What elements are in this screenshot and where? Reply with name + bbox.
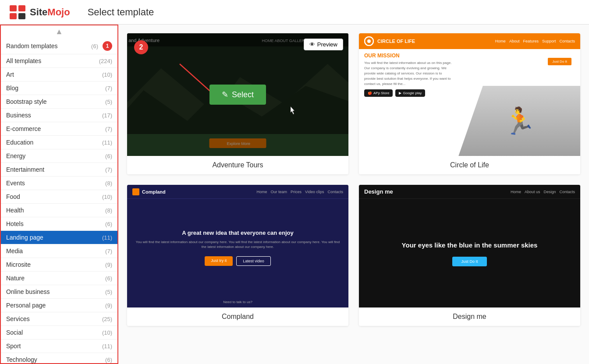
sidebar-item-energy[interactable]: Energy(6) <box>1 149 117 163</box>
comp-logo-text: Compland <box>142 189 166 194</box>
page-title: Select template <box>88 7 154 18</box>
template-thumb-designme[interactable]: Design me Home About us Design Contacts … <box>359 185 580 307</box>
sidebar-item-count: (224) <box>99 58 112 64</box>
dm-logo: Design me <box>364 188 393 195</box>
comp-header: Compland Home Our team Prices Video clip… <box>127 185 348 199</box>
scroll-up-indicator[interactable]: ▲ <box>1 25 117 38</box>
sidebar-item-label: Art <box>6 71 14 78</box>
svg-rect-2 <box>10 13 17 19</box>
sidebar-item-entertainment[interactable]: Entertainment(7) <box>1 163 117 177</box>
sidebar-item-label: Personal page <box>6 302 46 309</box>
sidebar-item-count: (6) <box>105 153 112 159</box>
template-label-design-me: Design me <box>359 307 580 326</box>
sidebar-item-blog[interactable]: Blog(7) <box>1 81 117 95</box>
badge-2: 2 <box>134 40 148 54</box>
sidebar-item-online-business[interactable]: Online business(5) <box>1 285 117 299</box>
android-icon: ▶ <box>399 91 401 95</box>
sidebar-list: Random templates(6)1All templates(224)Ar… <box>1 38 117 364</box>
sidebar-item-food[interactable]: Food(10) <box>1 190 117 204</box>
sidebar-item-count: (10) <box>102 329 112 336</box>
comp-logo-sq <box>132 188 139 195</box>
sidebar-item-count: (7) <box>105 166 112 173</box>
template-thumb-adventure[interactable]: Action and Adventure HOME ABOUT GALLERY … <box>127 33 348 156</box>
sidebar-item-label: Food <box>6 193 20 200</box>
sidebar-item-count: (8) <box>105 207 112 214</box>
sidebar-item-count: (17) <box>102 112 112 119</box>
comp-btn-video[interactable]: Latest video <box>236 256 271 266</box>
sidebar-item-count: (7) <box>105 248 112 254</box>
template-label-compland: Compland <box>127 307 348 326</box>
comp-headline: A great new idea that everyone can enjoy <box>182 230 294 236</box>
sidebar-item-label: Services <box>6 315 30 322</box>
sidebar-item-random-templates[interactable]: Random templates(6)1 <box>1 38 117 54</box>
sidebar-item-label: Random templates <box>6 42 58 49</box>
dm-cta-btn[interactable]: Just Do It <box>452 257 486 266</box>
sidebar-item-label: Technology <box>6 356 37 363</box>
google-play-badge[interactable]: ▶ Google play <box>395 89 425 97</box>
sidebar-item-microsite[interactable]: Microsite(9) <box>1 258 117 272</box>
template-content: Action and Adventure HOME ABOUT GALLERY … <box>118 25 589 364</box>
logo-text: SiteMojo <box>30 7 70 18</box>
sidebar-item-media[interactable]: Media(7) <box>1 244 117 258</box>
adventure-overlay-content: ✎ Select <box>209 85 266 105</box>
sidebar-item-personal-page[interactable]: Personal page(9) <box>1 299 117 312</box>
sidebar-item-count: (10) <box>102 194 112 200</box>
select-button[interactable]: ✎ Select <box>209 85 266 105</box>
templates-grid: Action and Adventure HOME ABOUT GALLERY … <box>127 33 580 326</box>
sidebar-item-label: Microsite <box>6 261 31 268</box>
sidebar-item-label: Education <box>6 139 33 146</box>
sidebar-item-nature[interactable]: Nature(6) <box>1 272 117 285</box>
sidebar-item-label: Entertainment <box>6 166 44 173</box>
comp-btns: Just try it Latest video <box>205 256 271 266</box>
sidebar-item-count: (11) <box>102 139 112 146</box>
sidebar-item-count: (11) <box>102 234 112 241</box>
col-just-do-it[interactable]: Just Do It <box>548 58 571 65</box>
col-body: OUR MISSION You will find the latest inf… <box>359 49 580 156</box>
sidebar-item-label: Social <box>6 329 23 336</box>
sidebar-item-label: Landing page <box>6 234 43 241</box>
sidebar-item-label: Nature <box>6 275 25 282</box>
comp-body: A great new idea that everyone can enjoy… <box>127 199 348 297</box>
sidebar-item-services[interactable]: Services(25) <box>1 312 117 326</box>
sidebar-item-count: (5) <box>105 289 112 295</box>
sidebar-item-art[interactable]: Art(10) <box>1 68 117 81</box>
sidebar-item-count: (6) <box>91 43 98 49</box>
sidebar-item-events[interactable]: Events(8) <box>1 177 117 190</box>
sidebar-item-label: Health <box>6 207 24 214</box>
preview-button[interactable]: 👁 Preview <box>304 39 343 50</box>
sidebar-item-landing-page[interactable]: Landing page(11) <box>1 231 117 244</box>
sidebar-item-count: (6) <box>105 357 112 363</box>
sidebar-item-count: (7) <box>105 85 112 92</box>
sidebar-item-hotels[interactable]: Hotels(6) <box>1 217 117 231</box>
sidebar-item-health[interactable]: Health(8) <box>1 204 117 217</box>
sidebar-item-e-commerce[interactable]: E-commerce(7) <box>1 122 117 136</box>
logo: SiteMojo <box>9 4 70 20</box>
sidebar-item-business[interactable]: Business(17) <box>1 109 117 122</box>
comp-sub: You will find the latest information abo… <box>134 240 341 249</box>
sidebar-item-all-templates[interactable]: All templates(224) <box>1 54 117 68</box>
comp-btn-try[interactable]: Just try it <box>205 256 233 266</box>
sidebar-item-count: (7) <box>105 126 112 132</box>
sidebar-item-count: (25) <box>102 316 112 322</box>
template-card-design-me: Design me Home About us Design Contacts … <box>359 185 580 326</box>
template-thumb-circle[interactable]: CIRCLE OF LIFE Home About Features Suppo… <box>359 33 580 156</box>
col-nav: Home About Features Support Contacts <box>495 39 575 43</box>
sidebar-item-sport[interactable]: Sport(11) <box>1 339 117 353</box>
sidebar-item-bootstrap-style[interactable]: Bootstrap style(5) <box>1 95 117 109</box>
sidebar-item-education[interactable]: Education(11) <box>1 136 117 149</box>
sidebar-item-count: (9) <box>105 302 112 309</box>
template-card-adventure-tours: Action and Adventure HOME ABOUT GALLERY … <box>127 33 348 174</box>
adventure-overlay: ✎ Select <box>127 33 348 156</box>
eye-icon: 👁 <box>309 41 315 48</box>
dm-body: Your eyes like the blue in the summer sk… <box>359 199 580 307</box>
sidebar-item-label: Business <box>6 112 31 119</box>
app-store-badge[interactable]: 🍎 APp Store <box>364 89 393 97</box>
sidebar-item-label: Blog <box>6 85 18 92</box>
template-card-compland: Compland Home Our team Prices Video clip… <box>127 185 348 326</box>
apple-icon: 🍎 <box>368 91 372 95</box>
header: SiteMojo Select template <box>0 0 589 25</box>
template-thumb-compland[interactable]: Compland Home Our team Prices Video clip… <box>127 185 348 307</box>
svg-rect-1 <box>18 5 25 11</box>
sidebar-item-technology[interactable]: Technology(6) <box>1 353 117 364</box>
sidebar-item-social[interactable]: Social(10) <box>1 326 117 339</box>
